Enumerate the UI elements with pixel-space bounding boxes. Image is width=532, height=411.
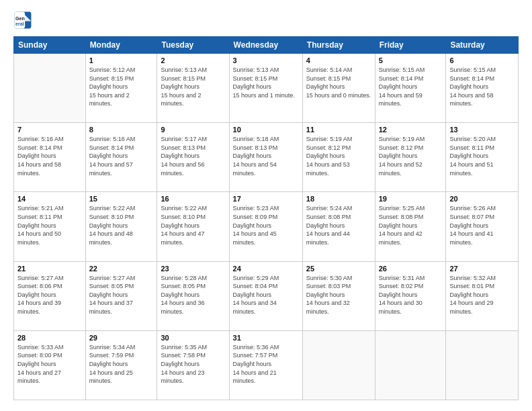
calendar-cell: 22 Sunrise: 5:27 AM Sunset: 8:05 PM Dayl… bbox=[85, 261, 157, 330]
daylight-label: Daylight hours bbox=[233, 291, 272, 298]
day-info: Sunrise: 5:34 AM Sunset: 7:59 PM Dayligh… bbox=[89, 343, 154, 385]
header: Gen eral bbox=[13, 11, 519, 30]
sunset-label: Sunset: 8:14 PM bbox=[17, 144, 62, 151]
sunrise-label: Sunrise: 5:15 AM bbox=[379, 66, 425, 73]
day-info: Sunrise: 5:31 AM Sunset: 8:02 PM Dayligh… bbox=[379, 274, 443, 316]
daylight-label: Daylight hours bbox=[233, 361, 272, 367]
day-number: 11 bbox=[306, 126, 371, 134]
sunrise-label: Sunrise: 5:20 AM bbox=[449, 136, 496, 142]
calendar-cell: 6 Sunrise: 5:15 AM Sunset: 8:14 PM Dayli… bbox=[446, 54, 519, 123]
daylight-value: 15 hours and 0 minutes. bbox=[306, 92, 371, 99]
day-number: 8 bbox=[89, 126, 154, 134]
day-info: Sunrise: 5:17 AM Sunset: 8:13 PM Dayligh… bbox=[161, 135, 225, 177]
sunset-label: Sunset: 8:13 PM bbox=[161, 144, 206, 151]
sunrise-label: Sunrise: 5:36 AM bbox=[233, 344, 279, 351]
day-number: 30 bbox=[161, 334, 225, 342]
day-number: 12 bbox=[379, 126, 443, 134]
daylight-label: Daylight hours bbox=[17, 152, 56, 159]
sunset-label: Sunset: 8:05 PM bbox=[89, 283, 134, 289]
day-number: 6 bbox=[449, 56, 515, 64]
daylight-label: Daylight hours bbox=[233, 152, 272, 159]
day-number: 22 bbox=[89, 265, 154, 273]
sunrise-label: Sunrise: 5:13 AM bbox=[161, 66, 207, 73]
day-info: Sunrise: 5:33 AM Sunset: 8:00 PM Dayligh… bbox=[17, 343, 82, 385]
daylight-label: Daylight hours bbox=[89, 361, 128, 367]
daylight-label: Daylight hours bbox=[449, 291, 488, 298]
day-info: Sunrise: 5:19 AM Sunset: 8:12 PM Dayligh… bbox=[306, 135, 371, 177]
day-number: 26 bbox=[379, 265, 443, 273]
daylight-value: 14 hours and 44 minutes. bbox=[306, 230, 350, 246]
daylight-value: 14 hours and 30 minutes. bbox=[379, 300, 423, 315]
sunset-label: Sunset: 8:02 PM bbox=[379, 283, 424, 289]
sunset-label: Sunset: 8:15 PM bbox=[161, 75, 206, 82]
day-info: Sunrise: 5:24 AM Sunset: 8:08 PM Dayligh… bbox=[306, 204, 371, 246]
sunrise-label: Sunrise: 5:32 AM bbox=[449, 275, 496, 281]
sunset-label: Sunset: 8:14 PM bbox=[449, 75, 494, 82]
day-info: Sunrise: 5:28 AM Sunset: 8:05 PM Dayligh… bbox=[161, 274, 225, 316]
calendar-cell: 26 Sunrise: 5:31 AM Sunset: 8:02 PM Dayl… bbox=[375, 261, 446, 330]
calendar-cell: 7 Sunrise: 5:16 AM Sunset: 8:14 PM Dayli… bbox=[14, 123, 86, 192]
calendar-cell: 9 Sunrise: 5:17 AM Sunset: 8:13 PM Dayli… bbox=[157, 123, 229, 192]
sunrise-label: Sunrise: 5:34 AM bbox=[89, 344, 136, 351]
daylight-label: Daylight hours bbox=[161, 152, 200, 159]
daylight-label: Daylight hours bbox=[17, 361, 56, 367]
day-number: 25 bbox=[306, 265, 371, 273]
day-info: Sunrise: 5:13 AM Sunset: 8:15 PM Dayligh… bbox=[233, 66, 299, 99]
calendar-cell: 10 Sunrise: 5:18 AM Sunset: 8:13 PM Dayl… bbox=[229, 123, 302, 192]
sunset-label: Sunset: 8:14 PM bbox=[379, 75, 424, 82]
sunrise-label: Sunrise: 5:23 AM bbox=[233, 205, 279, 212]
day-info: Sunrise: 5:22 AM Sunset: 8:10 PM Dayligh… bbox=[161, 204, 225, 246]
daylight-value: 14 hours and 37 minutes. bbox=[89, 300, 133, 315]
day-number: 21 bbox=[17, 265, 82, 273]
day-info: Sunrise: 5:18 AM Sunset: 8:13 PM Dayligh… bbox=[233, 135, 299, 177]
daylight-value: 14 hours and 27 minutes. bbox=[17, 369, 61, 385]
daylight-label: Daylight hours bbox=[379, 83, 418, 90]
day-number: 17 bbox=[233, 195, 299, 203]
daylight-label: Daylight hours bbox=[161, 361, 200, 367]
calendar-cell bbox=[375, 330, 446, 400]
calendar-cell: 2 Sunrise: 5:13 AM Sunset: 8:15 PM Dayli… bbox=[157, 54, 229, 123]
daylight-value: 14 hours and 56 minutes. bbox=[161, 161, 204, 177]
day-info: Sunrise: 5:21 AM Sunset: 8:11 PM Dayligh… bbox=[17, 204, 82, 246]
daylight-label: Daylight hours bbox=[89, 152, 128, 159]
calendar-cell: 4 Sunrise: 5:14 AM Sunset: 8:15 PM Dayli… bbox=[302, 54, 375, 123]
day-number: 28 bbox=[17, 334, 82, 342]
daylight-label: Daylight hours bbox=[449, 152, 488, 159]
sunset-label: Sunset: 8:07 PM bbox=[449, 214, 494, 220]
daylight-label: Daylight hours bbox=[233, 222, 272, 229]
sunrise-label: Sunrise: 5:12 AM bbox=[89, 66, 136, 73]
logo: Gen eral bbox=[13, 11, 35, 30]
sunset-label: Sunset: 8:01 PM bbox=[449, 283, 494, 289]
daylight-value: 15 hours and 2 minutes. bbox=[89, 92, 130, 107]
calendar-cell: 28 Sunrise: 5:33 AM Sunset: 8:00 PM Dayl… bbox=[14, 330, 86, 400]
calendar-cell: 1 Sunrise: 5:12 AM Sunset: 8:15 PM Dayli… bbox=[85, 54, 157, 123]
sunset-label: Sunset: 7:59 PM bbox=[89, 352, 134, 359]
day-info: Sunrise: 5:26 AM Sunset: 8:07 PM Dayligh… bbox=[449, 204, 515, 246]
day-number: 3 bbox=[233, 56, 299, 64]
daylight-value: 14 hours and 45 minutes. bbox=[233, 230, 277, 246]
day-info: Sunrise: 5:16 AM Sunset: 8:14 PM Dayligh… bbox=[89, 135, 154, 177]
daylight-label: Daylight hours bbox=[306, 291, 345, 298]
calendar-cell: 31 Sunrise: 5:36 AM Sunset: 7:57 PM Dayl… bbox=[229, 330, 302, 400]
day-info: Sunrise: 5:15 AM Sunset: 8:14 PM Dayligh… bbox=[449, 66, 515, 108]
sunrise-label: Sunrise: 5:22 AM bbox=[161, 205, 207, 212]
sunrise-label: Sunrise: 5:25 AM bbox=[379, 205, 425, 212]
sunrise-label: Sunrise: 5:26 AM bbox=[449, 205, 496, 212]
day-info: Sunrise: 5:30 AM Sunset: 8:03 PM Dayligh… bbox=[306, 274, 371, 316]
day-info: Sunrise: 5:20 AM Sunset: 8:11 PM Dayligh… bbox=[449, 135, 515, 177]
sunrise-label: Sunrise: 5:30 AM bbox=[306, 275, 353, 281]
daylight-value: 15 hours and 1 minute. bbox=[233, 92, 295, 99]
day-info: Sunrise: 5:25 AM Sunset: 8:08 PM Dayligh… bbox=[379, 204, 443, 246]
sunrise-label: Sunrise: 5:13 AM bbox=[233, 66, 279, 73]
sunrise-label: Sunrise: 5:35 AM bbox=[161, 344, 207, 351]
daylight-value: 14 hours and 50 minutes. bbox=[17, 230, 61, 246]
sunrise-label: Sunrise: 5:19 AM bbox=[306, 136, 353, 142]
day-number: 15 bbox=[89, 195, 154, 203]
sunrise-label: Sunrise: 5:16 AM bbox=[89, 136, 136, 142]
day-info: Sunrise: 5:36 AM Sunset: 7:57 PM Dayligh… bbox=[233, 343, 299, 385]
sunrise-label: Sunrise: 5:33 AM bbox=[17, 344, 64, 351]
weekday-header: Friday bbox=[375, 37, 446, 54]
svg-text:eral: eral bbox=[15, 21, 24, 26]
daylight-label: Daylight hours bbox=[89, 291, 128, 298]
sunrise-label: Sunrise: 5:24 AM bbox=[306, 205, 353, 212]
